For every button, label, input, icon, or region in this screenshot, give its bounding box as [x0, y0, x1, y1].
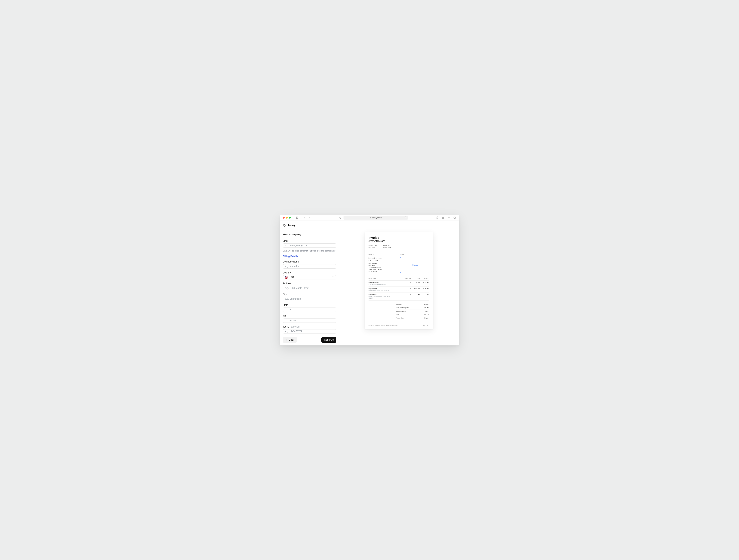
arrow-left-icon: [285, 339, 288, 341]
close-window-icon[interactable]: [283, 217, 285, 219]
billed-to-label: Billed To: [368, 254, 398, 255]
minimize-window-icon[interactable]: [286, 217, 288, 219]
section-title: Your company: [283, 233, 336, 236]
email-field[interactable]: [283, 244, 336, 248]
maximize-window-icon[interactable]: [289, 217, 291, 219]
email-helper: Data will be filled automatically for ex…: [283, 250, 336, 252]
form-pane: Invoyr Your company Email Data will be f…: [280, 221, 339, 345]
brand-name: Invoyr: [288, 224, 297, 227]
invoice-footer-summary: #2025-012345678 · $93,100 due 7 Feb, 202…: [368, 325, 398, 326]
back-button[interactable]: Back: [283, 337, 297, 343]
url-bar[interactable]: invoyr.com: [343, 216, 408, 220]
chevron-down-icon: [332, 276, 334, 279]
browser-chrome: invoyr.com: [280, 215, 459, 221]
due-date-value: 7 Feb, 2025: [383, 247, 391, 249]
flag-us-icon: [285, 276, 288, 279]
email-label: Email: [283, 240, 336, 242]
billing-details-header: Billing Details: [283, 255, 336, 258]
billed-to-block: Billed To johndoe@works.com 872-444-4652…: [368, 254, 398, 273]
country-label: Country: [283, 271, 336, 274]
address-label: Address: [283, 282, 336, 285]
country-select[interactable]: USA: [283, 275, 336, 279]
window-controls: [283, 217, 291, 219]
url-host: invoyr.com: [372, 217, 383, 219]
col-amount: Amount: [420, 276, 429, 281]
preview-pane: Invoice #2025-012345678 Invoice Date 6 F…: [339, 221, 459, 345]
company-label: Company Name: [283, 260, 336, 263]
brand-logo-icon: [283, 224, 286, 227]
svg-rect-9: [454, 217, 455, 219]
invoice-preview: Invoice #2025-012345678 Invoice Date 6 F…: [365, 232, 433, 329]
zip-field[interactable]: [283, 318, 336, 323]
taxid-field[interactable]: [283, 329, 336, 333]
table-row: PDF Export Present all deliverables in p…: [368, 292, 429, 300]
city-field[interactable]: [283, 297, 336, 301]
from-selected-box[interactable]: Selected: [400, 257, 429, 273]
svg-rect-0: [296, 217, 298, 219]
share-icon[interactable]: [441, 216, 445, 220]
totals-block: Subtotal$95,000 Total excluding tax$95,0…: [396, 302, 429, 320]
browser-window: invoyr.com: [280, 215, 459, 345]
brand: Invoyr: [280, 221, 339, 230]
col-description: Description: [368, 276, 402, 281]
state-label: State: [283, 304, 336, 306]
city-label: City: [283, 293, 336, 296]
nav-back-icon[interactable]: [303, 216, 306, 220]
continue-button[interactable]: Continue: [321, 337, 336, 343]
lock-icon: [370, 217, 372, 219]
col-quantity: Quantity: [402, 276, 411, 281]
company-field[interactable]: [283, 264, 336, 268]
state-field[interactable]: [283, 307, 336, 312]
shield-icon[interactable]: [338, 216, 342, 220]
zip-label: Zip: [283, 315, 336, 317]
new-tab-icon[interactable]: [447, 216, 451, 220]
invoice-number: #2025-012345678: [368, 240, 429, 242]
table-row: Logo Design Responsive logo for web and …: [368, 286, 429, 292]
tabs-overview-icon[interactable]: [453, 216, 456, 220]
from-label: From: [400, 254, 429, 255]
invoice-date-value: 6 Feb, 2025: [383, 245, 391, 246]
refresh-icon[interactable]: [405, 216, 407, 219]
address-field[interactable]: [283, 286, 336, 290]
line-items-table: Description Quantity Price Amount Websit…: [368, 276, 429, 301]
download-icon[interactable]: [436, 216, 439, 220]
invoice-page-indicator: Page 1 of 1: [422, 325, 429, 326]
sidebar-toggle-icon[interactable]: [295, 216, 298, 220]
svg-rect-3: [370, 218, 371, 218]
col-price: Price: [411, 276, 420, 281]
free-badge: Free: [368, 297, 373, 299]
invoice-date-label: Invoice Date: [368, 245, 379, 246]
invoice-title: Invoice: [368, 236, 429, 240]
country-value: USA: [289, 276, 294, 279]
svg-rect-10: [454, 217, 455, 218]
table-row: Website Design 5 pager static website de…: [368, 280, 429, 286]
taxid-label: Tax ID (optional): [283, 325, 336, 328]
nav-forward-icon[interactable]: [308, 216, 311, 220]
due-date-label: Due Date: [368, 247, 379, 249]
